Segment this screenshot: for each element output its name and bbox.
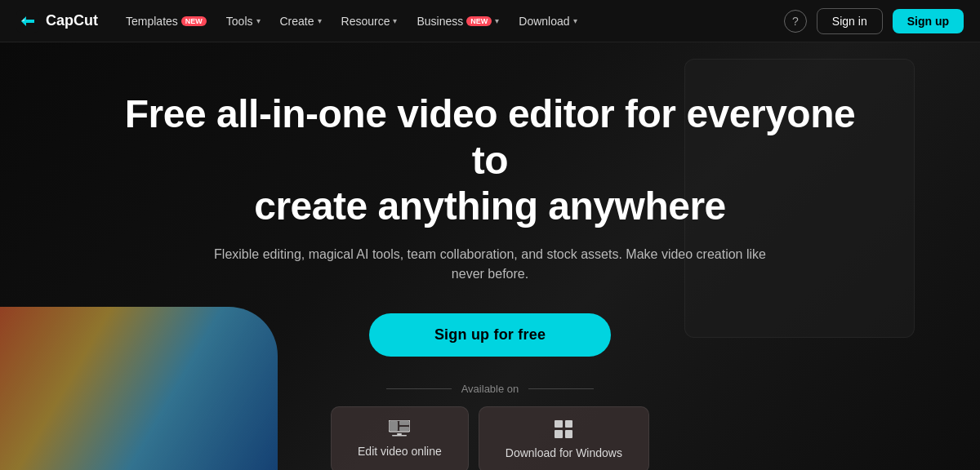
signup-button[interactable]: Sign up: [893, 9, 964, 33]
nav-create-label: Create: [280, 15, 314, 28]
nav-business-label: Business: [416, 15, 463, 28]
nav-item-business[interactable]: Business New ▾: [408, 10, 507, 33]
hero-subtitle: Flexible editing, magical AI tools, team…: [212, 245, 768, 284]
win-icon-cell-1: [555, 420, 563, 428]
windows-icon: [555, 420, 572, 438]
signin-button[interactable]: Sign in: [817, 8, 883, 34]
svg-rect-5: [397, 433, 402, 435]
platform-card-windows[interactable]: Download for Windows: [479, 406, 649, 470]
edit-video-icon: [389, 420, 410, 437]
available-label: Available on: [386, 383, 595, 395]
logo[interactable]: CapCut: [16, 10, 98, 33]
nav-resource-label: Resource: [341, 15, 390, 28]
nav-item-tools[interactable]: Tools ▾: [218, 10, 269, 33]
hero-section: Free all-in-one video editor for everyon…: [0, 42, 980, 470]
business-badge: New: [466, 16, 492, 26]
nav-item-create[interactable]: Create ▾: [272, 10, 330, 33]
win-icon-cell-3: [555, 430, 563, 438]
svg-rect-6: [392, 435, 407, 437]
help-button[interactable]: ?: [784, 10, 807, 33]
templates-badge: New: [181, 16, 207, 26]
nav-right: ? Sign in Sign up: [784, 8, 964, 34]
platform-windows-label: Download for Windows: [506, 446, 622, 459]
platform-online-label: Edit video online: [358, 445, 442, 458]
business-chevron-icon: ▾: [495, 16, 499, 25]
signup-cta-button[interactable]: Sign up for free: [369, 313, 611, 357]
hero-title: Free all-in-one video editor for everyon…: [122, 91, 858, 230]
svg-rect-3: [399, 421, 409, 425]
logo-text: CapCut: [46, 12, 98, 29]
svg-rect-4: [399, 427, 409, 431]
platform-card-online[interactable]: Edit video online: [331, 406, 469, 470]
capcut-logo-icon: [16, 10, 39, 33]
navbar: CapCut Templates New Tools ▾ Create ▾ Re…: [0, 0, 980, 42]
nav-download-label: Download: [519, 15, 569, 28]
nav-item-templates[interactable]: Templates New: [118, 10, 215, 33]
platform-cards: Edit video online Download for Windows: [331, 406, 649, 470]
win-icon-cell-2: [565, 420, 573, 428]
hero-content: Free all-in-one video editor for everyon…: [122, 91, 858, 383]
nav-tools-label: Tools: [226, 15, 253, 28]
win-icon-cell-4: [565, 430, 573, 438]
resource-chevron-icon: ▾: [393, 16, 397, 25]
nav-item-download[interactable]: Download ▾: [510, 10, 585, 33]
help-icon: ?: [792, 15, 799, 28]
svg-rect-2: [390, 421, 398, 431]
nav-templates-label: Templates: [126, 15, 178, 28]
nav-links: Templates New Tools ▾ Create ▾ Resource …: [118, 10, 764, 33]
download-chevron-icon: ▾: [573, 16, 577, 25]
create-chevron-icon: ▾: [318, 16, 322, 25]
available-on-section: Available on Edit video online: [331, 383, 649, 470]
nav-item-resource[interactable]: Resource ▾: [333, 10, 406, 33]
tools-chevron-icon: ▾: [256, 16, 261, 25]
